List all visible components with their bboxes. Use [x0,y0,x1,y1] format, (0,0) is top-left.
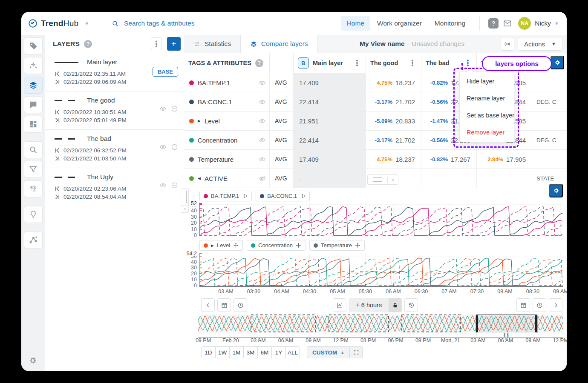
range-1d[interactable]: 1D [201,346,216,358]
range-1m[interactable]: 1M [229,346,244,358]
chart-plot-area[interactable] [199,252,563,287]
start-time-button[interactable] [233,298,247,312]
legend-chip-temperature[interactable]: Temperature [309,240,365,251]
menu-item-set-as-base-layer[interactable]: Set as base layer [460,107,514,124]
aggregation-cell[interactable]: AVG [269,131,293,149]
rail-item-recommendations[interactable] [24,206,43,223]
move-icon[interactable] [242,193,248,199]
visibility-eye-off-icon[interactable] [259,175,266,182]
user-menu[interactable]: NA Nicky ▼ [518,17,559,30]
expand-arrow-icon[interactable]: ▶ [198,119,201,123]
rail-item-comments[interactable] [24,96,43,113]
trend-chart-top[interactable]: 0102030405052 [184,202,567,237]
trend-chart-bottom[interactable]: 0102030405054.2 [184,252,567,287]
aggregation-cell[interactable]: AVG [269,92,293,111]
table-split-handle[interactable]: × [367,174,398,185]
global-search[interactable] [103,19,341,28]
chart-settings-button[interactable] [549,184,563,197]
collapse-table-icon[interactable]: × [387,177,398,183]
lock-icon[interactable] [389,298,401,312]
chart-plot-area[interactable] [199,202,563,237]
menu-item-hide-layer[interactable]: Hide layer [460,73,514,90]
pan-right-button[interactable] [549,298,562,312]
aggregation-cell[interactable]: AVG [269,111,293,130]
live-mode-button[interactable] [501,37,514,51]
legend-chip-level[interactable]: ▶ Level [199,240,243,251]
settings-gear-icon[interactable] [28,356,37,365]
layer-visibility-icon[interactable] [159,105,167,112]
add-layer-button[interactable]: + [167,37,181,51]
collapse-panel-icon[interactable]: × [181,205,188,212]
table-row-temperature[interactable]: Temperature AVG 17.409 4.75% 18.237 -0.8… [184,150,567,169]
layer-card-the-ugly[interactable]: The Ugly 02/20/2022 02:23:06 AM 02/20/20… [45,168,184,206]
move-icon[interactable] [233,243,239,248]
custom-range-button[interactable]: CUSTOM ▲ [307,346,350,358]
visibility-eye-icon[interactable] [259,156,266,163]
rail-item-layers[interactable] [24,77,43,94]
rail-item-filter[interactable] [24,161,43,178]
nav-work-organizer[interactable]: Work organizer [372,16,427,31]
range-3m[interactable]: 3M [243,346,258,358]
layer-card-main-layer[interactable]: Main layer 02/21/2022 02:35:11 AM 02/21/… [45,53,184,91]
main-layer-kebab[interactable] [353,62,361,64]
rail-item-search[interactable] [24,141,43,158]
compare-trends-button[interactable] [333,298,346,312]
layer-visibility-icon[interactable] [159,143,167,151]
move-icon[interactable] [300,193,306,199]
start-date-button[interactable] [217,298,231,312]
nav-monitoring[interactable]: Monitoring [429,16,471,31]
remove-layer-icon[interactable] [171,143,178,151]
rail-item-formulas[interactable] [24,57,43,74]
rail-item-tag[interactable] [24,37,43,54]
good-layer-kebab[interactable] [408,62,417,64]
app-logo[interactable]: TrendHub ▼ [21,19,95,28]
table-settings-button[interactable] [551,56,564,69]
visibility-eye-icon[interactable] [259,79,266,86]
legend-chip-concentration[interactable]: Concentration [247,240,306,251]
aggregation-cell[interactable]: AVG [269,73,293,92]
layer-visibility-icon[interactable] [159,182,167,189]
mail-icon[interactable] [503,19,512,28]
time-span-control[interactable]: ± 6 hours [349,298,402,312]
move-icon[interactable] [296,243,301,248]
tab-compare-layers[interactable]: Compare layers [240,35,317,53]
rail-item-context-items[interactable] [24,232,43,249]
remove-layer-icon[interactable] [171,105,178,112]
expand-range-button[interactable] [350,346,363,358]
range-1y[interactable]: 1Y [271,346,286,358]
tab-statistics[interactable]: Statistics [184,35,240,53]
panel-split-handle[interactable]: × [181,189,189,213]
rail-item-fingerprint[interactable] [24,180,43,197]
layers-help-icon[interactable]: ? [84,40,92,48]
legend-chip-ba-conc-1[interactable]: BA:CONC.1 [256,191,310,201]
actions-button[interactable]: Actions ▼ [518,37,562,51]
bad-layer-kebab[interactable] [464,62,472,64]
column-the-good[interactable]: The good [366,53,421,73]
table-help-icon[interactable]: ? [255,59,263,67]
history-button[interactable] [404,298,418,312]
aggregation-cell[interactable]: AVG [269,150,293,169]
menu-item-rename-layer[interactable]: Rename layer [460,90,514,107]
remove-layer-icon[interactable] [171,182,178,189]
range-6m[interactable]: 6M [257,346,272,358]
column-main-layer[interactable]: B Main layer [293,53,366,73]
overview-strip[interactable]: ▌▌ [198,314,563,334]
end-date-button[interactable] [516,298,530,312]
menu-item-remove-layer[interactable]: Remove layer [460,124,514,141]
nav-home[interactable]: Home [341,16,370,31]
range-all[interactable]: ALL [285,346,300,358]
range-1w[interactable]: 1W [215,346,230,358]
layer-card-the-bad[interactable]: The bad 02/20/2022 06:32:52 PM 02/21/202… [45,129,184,168]
help-icon[interactable]: ? [488,18,499,29]
pan-left-button[interactable] [201,298,215,312]
end-time-button[interactable] [533,298,546,312]
search-input[interactable] [123,19,304,28]
visibility-eye-icon[interactable] [259,117,266,125]
rail-item-dashboards[interactable] [24,116,43,133]
aggregation-cell[interactable]: AVG [269,169,293,188]
move-icon[interactable] [355,243,360,248]
visibility-eye-icon[interactable] [259,98,266,106]
expand-arrow-icon[interactable]: ◀ [198,176,201,180]
visibility-eye-icon[interactable] [259,137,266,144]
layers-menu-button[interactable] [151,37,162,50]
